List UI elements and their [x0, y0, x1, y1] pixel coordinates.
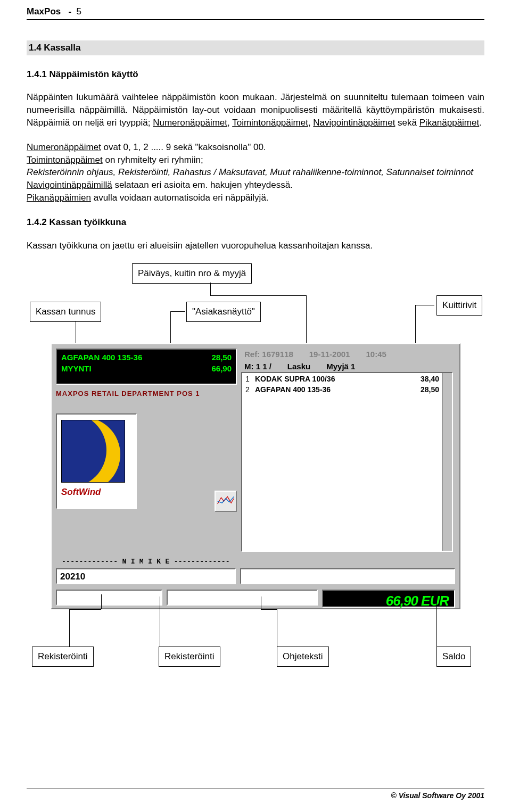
- annot-top-kassan: Kassan tunnus: [30, 302, 101, 322]
- total-display: 66,90 EUR: [322, 590, 455, 608]
- aux-input-2[interactable]: [56, 590, 162, 606]
- receipt-row: 2 AGFAPAN 400 135-36 28,50 B: [242, 385, 452, 395]
- heading-subsection-1: 1.4.1 Näppäimistön käyttö: [27, 68, 484, 81]
- paragraph-3: Kassan työikkuna on jaettu eri alueisiin…: [27, 239, 484, 252]
- annot-top-kuittirivit: Kuittirivit: [436, 295, 482, 316]
- annot-top-asiakas: "Asiakasnäyttö": [186, 302, 261, 322]
- bottom-annotation-area: Rekisteröinti Rekisteröinti Ohjeteksti S…: [27, 609, 484, 673]
- customer-display: AGFAPAN 400 135-3628,50 MYYNTI66,90: [56, 349, 237, 385]
- logo-area: SoftWind: [56, 413, 237, 509]
- header-title: MaxPos: [27, 6, 61, 16]
- receipt-list: 1 KODAK SUPRA 100/36 38,40 B 2 AGFAPAN 4…: [241, 372, 453, 552]
- page-header: MaxPos - 5: [27, 5, 484, 20]
- top-annotation-area: Päiväys, kuitin nro & myyjä Kassan tunnu…: [27, 263, 484, 343]
- annot-top-date: Päiväys, kuitin nro & myyjä: [132, 263, 252, 284]
- page-footer: © Visual Software Oy 2001: [27, 789, 484, 801]
- chart-icon[interactable]: [215, 491, 237, 512]
- nimike-input[interactable]: 20210: [56, 568, 236, 584]
- paragraph-2: Numeronäppäimet ovat 0, 1, 2 ..... 9 sek…: [27, 141, 484, 204]
- annot-b3: Ohjeteksti: [277, 647, 329, 667]
- receipt-scrollbar[interactable]: [442, 373, 452, 551]
- logo-text: SoftWind: [61, 486, 131, 499]
- annot-b1: Rekisteröinti: [32, 647, 94, 667]
- header-dash: -: [68, 6, 71, 16]
- heading-section: 1.4 Kassalla: [27, 40, 484, 55]
- annot-b4: Saldo: [436, 647, 471, 667]
- aux-input-1[interactable]: [240, 568, 455, 584]
- annot-b2: Rekisteröinti: [159, 647, 220, 667]
- nimike-label: ------------- N I M I K E -------------: [56, 557, 236, 567]
- softwind-logo-icon: [61, 420, 125, 483]
- paragraph-1: Näppäinten lukumäärä vaihtelee näppäimis…: [27, 91, 484, 129]
- message-field[interactable]: [167, 590, 318, 606]
- heading-subsection-2: 1.4.2 Kassan työikkuna: [27, 216, 484, 229]
- receipt-row: 1 KODAK SUPRA 100/36 38,40 B: [242, 374, 452, 385]
- header-page-number: 5: [77, 6, 81, 16]
- pos-window: AGFAPAN 400 135-3628,50 MYYNTI66,90 Ref:…: [51, 343, 460, 609]
